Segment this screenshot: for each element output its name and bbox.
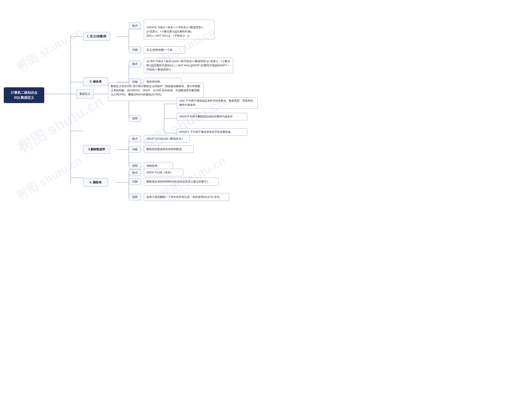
- node2-geshi-content: ALTER TABLE <表名>[ADD <新字段名><数据类型>[(<宽度>[…: [144, 58, 233, 73]
- node4-geshi-content: DROP TALBE <表名>: [144, 169, 183, 176]
- node3-label: 3.删除数据库: [83, 145, 110, 154]
- diagram-container: 计算机二级知识点SQL数据定义 数据定义 数据定义语言DDL 用于执行数据定义的…: [0, 0, 266, 207]
- node2-shuoming-item2: DROP子句用于删除指定的的完整性约束条件: [177, 113, 247, 120]
- node4-gongneng-label: 功能: [129, 178, 141, 185]
- node4-geshi-label: 格式: [129, 169, 141, 176]
- watermark-5: 树图 shutu.cn: [13, 153, 85, 203]
- node1-gongneng-content: 定义(也称创建)一个表。: [144, 46, 185, 54]
- node1-geshi-label: 格式: [129, 22, 141, 29]
- node3-shuoming-label: 说明: [129, 163, 141, 169]
- node1-gongneng-label: 功能: [129, 47, 141, 53]
- node3-geshi-label: 格式: [129, 135, 141, 142]
- node4-shuoming-content: 如果只是想删除一个表中的所有记录，则应使用DELETE 语句。: [144, 193, 229, 201]
- node3-shuoming-content: 谨慎使用。: [144, 162, 173, 170]
- node3-gongneng-content: 删除指定数据库的结构和数据。: [144, 145, 194, 153]
- node2-label: 2. 修改表: [83, 77, 108, 86]
- node4-gongneng-content: 删除指定表的结构和内容(包括在此表上建立的索引)。: [144, 178, 218, 186]
- watermark-3: 树图 shutu.cn: [13, 24, 85, 74]
- node2-shuoming-item1: ADD 子句用于增加指定表的字段变量名、数据类型、宽度和完整性约束条件: [177, 97, 258, 108]
- node2-gongneng-content: 修改表结构。: [144, 78, 181, 86]
- node3-geshi-content: DROP DATABASE <数据库名>: [144, 135, 190, 143]
- node2-gongneng-label: 功能: [129, 78, 141, 85]
- node1-geshi-content: CREATE TABLE <表名> (<字段名1><数据类型>; [(<宽度>[…: [144, 20, 214, 39]
- shujudingyi-label: 数据定义: [76, 89, 94, 98]
- node1-label: 1. 定义(创建)表: [83, 32, 110, 41]
- node4-label: 4. 删除表: [83, 178, 108, 187]
- root-node: 计算机二级知识点SQL数据定义: [4, 87, 44, 103]
- node2-geshi-label: 格式: [129, 61, 141, 67]
- node2-shuoming-item3: MODIFY 子句用于修改原有的字段变量的值。: [177, 128, 247, 136]
- node3-gongneng-label: 功能: [129, 146, 141, 153]
- node4-shuoming-label: 说明: [129, 194, 141, 200]
- root-label: 计算机二级知识点SQL数据定义: [11, 91, 38, 99]
- node2-shuoming-label: 说明: [129, 115, 141, 122]
